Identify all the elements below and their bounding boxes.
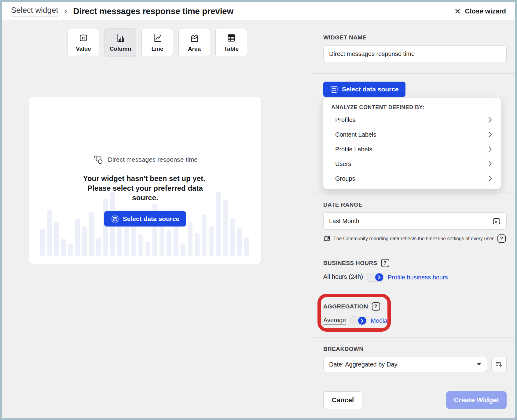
select-data-source-button[interactable]: Select data source [104,211,186,227]
widget-type-area[interactable]: Area [178,28,210,57]
breakdown-value: Date: Aggregated by Day [329,361,397,368]
average-option[interactable]: Average [323,317,346,325]
page-title: Direct messages response time preview [73,6,233,16]
all-hours-option[interactable]: All hours (24h) [323,273,363,281]
close-wizard-button[interactable]: ✕ Close wizard [454,7,506,15]
chevron-right-icon [489,146,492,152]
sort-order-button[interactable] [491,357,507,372]
timezone-note-text: The Community reporting data reflects th… [333,236,495,241]
widget-type-value[interactable]: 13 Value [68,28,99,57]
data-source-menu-item[interactable]: Content Labels [331,127,493,142]
preview-bar [195,233,200,256]
cancel-button[interactable]: Cancel [323,391,362,409]
menu-item-label: Profiles [335,116,356,123]
line-chart-icon [152,33,163,43]
business-hours-section: BUSINESS HOURS ? All hours (24h) Profile… [313,251,515,291]
preview-column: 13 Value Column [2,21,313,418]
select-data-source-label: Select data source [123,215,180,223]
settings-sidebar: WIDGET NAME Direct messages response tim… [313,21,515,418]
widget-type-label: Line [151,46,163,52]
breadcrumb-separator-icon: › [64,6,67,16]
widget-name-label: WIDGET NAME [323,34,507,41]
data-source-menu-item[interactable]: Groups [331,171,493,186]
widget-type-table[interactable]: Table [215,28,247,57]
value-icon: 13 [78,33,89,43]
preview-bar [237,228,242,256]
create-widget-button[interactable]: Create Widget [446,391,507,409]
timezone-map-icon [323,235,331,242]
widget-type-label: Value [76,46,91,52]
breadcrumb-select-widget-link[interactable]: Select widget [11,6,58,17]
area-chart-icon [189,33,200,43]
preview-bar [188,222,193,256]
caret-down-icon [477,363,481,366]
close-icon: ✕ [454,7,461,15]
menu-item-label: Users [335,160,351,168]
sort-descending-icon [495,360,503,368]
table-icon [226,33,237,43]
date-range-input[interactable]: Last Month [323,212,507,230]
chevron-right-icon [489,161,492,167]
preview-bar [61,239,66,256]
toggle-knob-chevron-icon [375,273,383,281]
calendar-icon [492,217,501,225]
aggregation-toggle[interactable] [350,316,367,325]
preview-bar [54,222,59,256]
date-range-value: Last Month [329,218,359,225]
data-source-menu: ANALYZE CONTENT DEFINED BY: Profiles Con… [323,98,501,189]
breakdown-section: BREAKDOWN Date: Aggregated by Day [313,337,515,381]
aggregation-help-icon[interactable]: ? [372,302,380,311]
chevron-right-icon [489,176,492,181]
preview-bar [68,244,73,256]
preview-bar [167,230,171,256]
widget-name-input[interactable]: Direct messages response time [323,45,507,62]
empty-state-headline: Your widget hasn't been set up yet. Plea… [75,174,215,203]
widget-preview-card: Direct messages response time Your widge… [29,97,261,264]
data-source-section: Select data source ANALYZE CONTENT DEFIN… [313,73,515,193]
chevron-right-icon [489,132,492,137]
business-hours-help-icon[interactable]: ? [381,259,389,267]
aggregation-label: AGGREGATION [323,303,368,310]
messages-icon [93,154,104,165]
data-source-menu-item[interactable]: Profile Labels [331,142,493,157]
widget-type-line[interactable]: Line [141,28,173,57]
breakdown-select[interactable]: Date: Aggregated by Day [323,357,487,372]
data-source-menu-item[interactable]: Profiles [331,112,493,127]
preview-bar [138,234,143,256]
widget-type-label: Area [188,46,201,52]
toggle-knob-chevron-icon [358,317,366,325]
date-range-help-icon[interactable]: ? [497,234,506,243]
business-hours-toggle[interactable] [367,273,384,282]
data-source-menu-header: ANALYZE CONTENT DEFINED BY: [331,104,493,111]
widget-name-section: WIDGET NAME Direct messages response tim… [313,21,515,73]
preview-bar [40,229,45,256]
preview-bar [96,238,101,256]
column-chart-icon [115,33,126,43]
close-wizard-label: Close wizard [465,7,506,15]
widget-type-label: Column [110,46,131,52]
wizard-footer: Cancel Create Widget [313,391,515,418]
widget-wizard-window: Select widget › Direct messages response… [0,0,517,420]
preview-bar [82,227,87,256]
select-data-source-button-sidebar[interactable]: Select data source [323,82,405,97]
business-hours-label: BUSINESS HOURS [323,260,377,267]
chevron-right-icon [489,117,492,123]
widget-type-column[interactable]: Column [105,28,136,57]
menu-item-label: Profile Labels [335,146,372,153]
preview-bar [145,242,150,256]
aggregation-section: AGGREGATION ? Average Median [313,291,515,337]
data-source-icon [111,215,119,223]
timezone-note: The Community reporting data reflects th… [323,234,507,243]
select-data-source-label: Select data source [342,86,399,93]
red-highlight-annotation [317,294,391,332]
menu-item-label: Groups [335,175,355,182]
median-link[interactable]: Median [371,317,391,324]
date-range-label: DATE RANGE [323,201,507,208]
widget-type-selector: 13 Value Column [2,28,313,57]
preview-bar [124,227,129,256]
preview-bar [209,227,214,256]
data-source-menu-item[interactable]: Users [331,157,493,171]
svg-text:13: 13 [82,36,86,40]
menu-item-label: Content Labels [335,131,376,138]
profile-business-hours-link[interactable]: Profile business hours [388,274,448,281]
